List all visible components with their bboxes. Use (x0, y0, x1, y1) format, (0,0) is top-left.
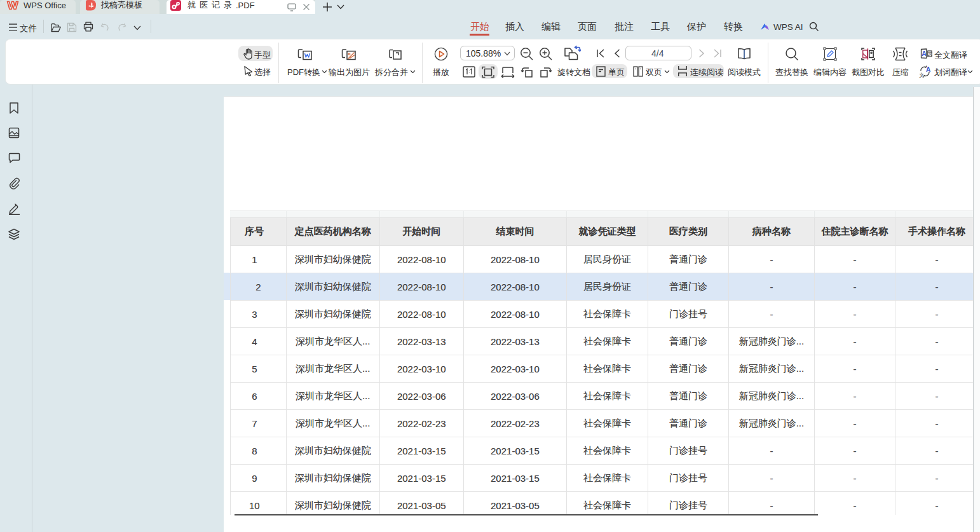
svg-text:文: 文 (919, 72, 924, 78)
svg-text:文: 文 (928, 51, 932, 57)
svg-text:A: A (922, 50, 927, 57)
svg-text:A: A (926, 66, 930, 73)
